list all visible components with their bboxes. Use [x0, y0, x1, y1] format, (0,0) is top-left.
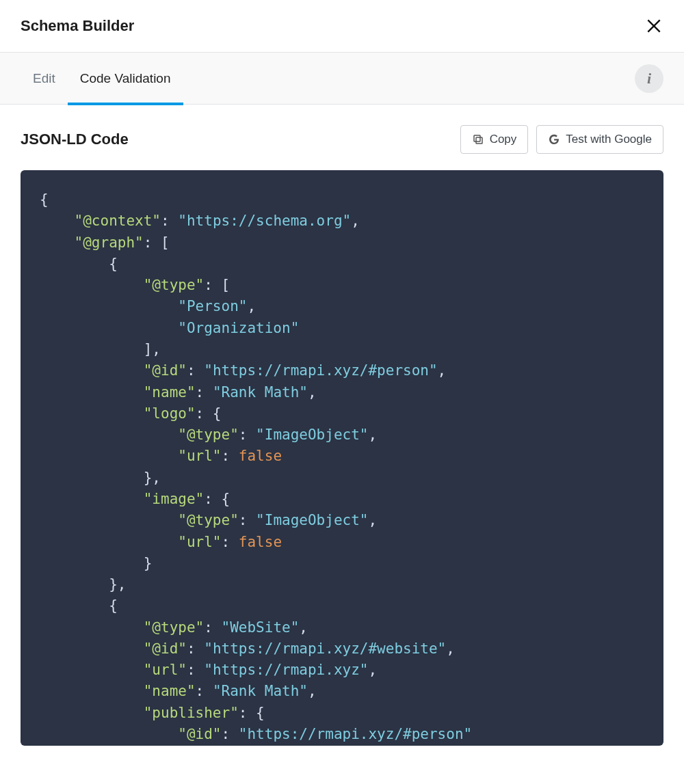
- code-token: [40, 534, 178, 550]
- code-token: "https://rmapi.xyz/#person": [239, 726, 472, 742]
- code-token: "ImageObject": [256, 427, 368, 443]
- code-token: "@id": [144, 640, 187, 657]
- code-content[interactable]: { "@context": "https://schema.org", "@gr…: [40, 189, 644, 745]
- code-token: "url": [178, 448, 221, 464]
- copy-button-label: Copy: [490, 133, 517, 146]
- code-token: [40, 234, 75, 251]
- code-token: "publisher": [144, 705, 239, 721]
- code-token: [40, 662, 144, 678]
- code-token: },: [40, 576, 126, 593]
- code-token: :: [187, 362, 204, 379]
- code-token: "https://rmapi.xyz/#person": [204, 362, 437, 379]
- svg-rect-2: [476, 137, 482, 144]
- code-token: [40, 298, 178, 314]
- code-token: ,: [308, 683, 317, 699]
- content-area: JSON-LD Code Copy Test with Google { "@c…: [0, 105, 684, 766]
- tabbar: Edit Code Validation i: [0, 53, 684, 105]
- code-token: "ImageObject": [256, 512, 368, 528]
- code-token: :: [239, 427, 256, 443]
- info-icon: i: [647, 70, 651, 87]
- code-token: [40, 362, 144, 379]
- tab-code-validation[interactable]: Code Validation: [68, 53, 183, 105]
- code-token: [40, 512, 178, 528]
- code-token: :: [222, 534, 239, 550]
- code-token: "@type": [178, 427, 239, 443]
- code-token: "Rank Math": [213, 384, 308, 401]
- code-token: ,: [446, 640, 455, 657]
- code-token: :: [239, 512, 256, 528]
- code-token: ],: [40, 341, 161, 357]
- modal-header: Schema Builder: [0, 0, 684, 53]
- action-buttons: Copy Test with Google: [460, 125, 663, 154]
- code-token: "logo": [144, 405, 196, 422]
- code-token: ,: [299, 619, 308, 636]
- info-button[interactable]: i: [635, 64, 663, 93]
- code-token: "url": [144, 662, 187, 678]
- code-token: {: [40, 191, 49, 208]
- content-header: JSON-LD Code Copy Test with Google: [21, 125, 663, 154]
- code-token: "https://rmapi.xyz/#website": [204, 640, 446, 657]
- code-token: ,: [308, 384, 317, 401]
- code-viewer: { "@context": "https://schema.org", "@gr…: [21, 170, 663, 746]
- code-token: [40, 405, 144, 422]
- code-token: "@type": [178, 512, 239, 528]
- code-token: "@type": [144, 277, 205, 293]
- code-token: "@graph": [75, 234, 144, 251]
- code-token: "image": [144, 491, 205, 507]
- code-token: : [: [204, 277, 230, 293]
- code-token: [40, 726, 178, 742]
- code-token: : {: [196, 405, 222, 422]
- code-token: [40, 640, 144, 657]
- code-token: [40, 320, 178, 336]
- code-token: },: [40, 470, 161, 486]
- code-token: "@id": [144, 362, 187, 379]
- code-token: ,: [351, 213, 360, 229]
- code-token: [40, 427, 178, 443]
- code-token: }: [40, 555, 152, 571]
- code-token: [40, 683, 144, 699]
- code-token: [40, 619, 144, 636]
- code-token: [40, 705, 144, 721]
- code-token: "name": [144, 683, 196, 699]
- code-token: ,: [368, 662, 377, 678]
- code-token: "Person": [178, 298, 247, 314]
- code-token: {: [40, 597, 118, 614]
- close-button[interactable]: [644, 16, 663, 36]
- close-icon: [645, 17, 663, 35]
- code-token: "@context": [75, 213, 161, 229]
- code-token: ,: [368, 427, 377, 443]
- code-token: false: [239, 534, 282, 550]
- code-token: :: [196, 683, 213, 699]
- code-token: "@type": [144, 619, 205, 636]
- section-title: JSON-LD Code: [21, 131, 129, 148]
- code-token: "name": [144, 384, 196, 401]
- code-token: "@id": [178, 726, 221, 742]
- code-token: :: [187, 640, 204, 657]
- code-token: "url": [178, 534, 221, 550]
- code-token: :: [222, 448, 239, 464]
- test-google-button-label: Test with Google: [566, 133, 652, 146]
- code-token: [40, 277, 144, 293]
- code-token: [40, 213, 75, 229]
- code-token: false: [239, 448, 282, 464]
- code-token: : {: [239, 705, 265, 721]
- code-token: :: [196, 384, 213, 401]
- code-token: : {: [204, 491, 230, 507]
- code-token: :: [204, 619, 221, 636]
- code-token: "Rank Math": [213, 683, 308, 699]
- code-token: :: [222, 726, 239, 742]
- modal-title: Schema Builder: [21, 17, 134, 35]
- code-token: ,: [368, 512, 377, 528]
- tab-edit[interactable]: Edit: [21, 53, 68, 105]
- code-token: "https://rmapi.xyz": [204, 662, 368, 678]
- code-token: {: [40, 256, 118, 272]
- svg-rect-3: [474, 135, 480, 141]
- test-google-button[interactable]: Test with Google: [536, 125, 663, 154]
- copy-button[interactable]: Copy: [460, 125, 529, 154]
- code-token: [40, 384, 144, 401]
- code-token: :: [161, 213, 178, 229]
- google-icon: [548, 133, 560, 146]
- code-token: ,: [438, 362, 447, 379]
- code-token: "https://schema.org": [178, 213, 351, 229]
- code-token: [40, 448, 178, 464]
